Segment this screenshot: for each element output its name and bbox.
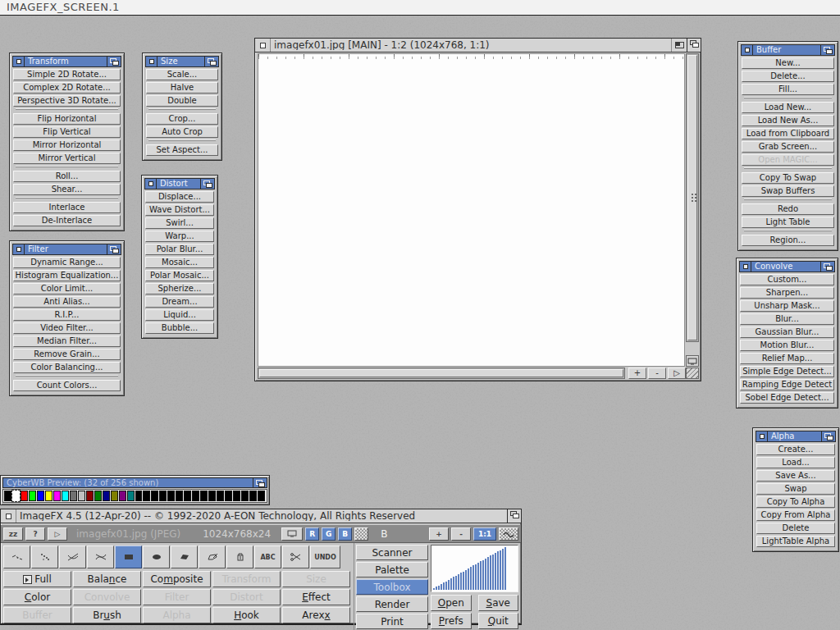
video-filter-button[interactable]: Video Filter...: [13, 322, 121, 334]
size-titlebar[interactable]: Size: [145, 56, 219, 67]
color-swatch-15[interactable]: [127, 491, 135, 501]
close-icon[interactable]: [13, 244, 25, 254]
effect-button[interactable]: Effect: [282, 589, 350, 605]
open-button[interactable]: Open: [431, 595, 472, 611]
color-swatch-8[interactable]: [70, 491, 77, 501]
transform-titlebar[interactable]: Transform: [12, 56, 121, 67]
depth-icon[interactable]: [253, 478, 267, 487]
alpha-titlebar[interactable]: Alpha: [756, 431, 836, 442]
create-button[interactable]: Create...: [756, 444, 835, 455]
custom-button[interactable]: Custom...: [740, 274, 834, 285]
load-from-clipboard-button[interactable]: Load from Clipboard: [742, 128, 834, 139]
scale-button[interactable]: Scale...: [146, 69, 218, 80]
depth-icon[interactable]: [107, 244, 121, 254]
zoom-in-button[interactable]: +: [628, 368, 646, 379]
blur-button[interactable]: Blur...: [740, 313, 834, 325]
r-i-p-button[interactable]: R.I.P...: [13, 309, 121, 321]
dither-pattern-button[interactable]: [499, 527, 518, 541]
flip-horizontal-button[interactable]: Flip Horizontal: [13, 113, 121, 125]
buffer-titlebar[interactable]: Buffer: [741, 44, 835, 56]
load-button[interactable]: Load...: [756, 457, 835, 468]
color-swatch-4[interactable]: [37, 491, 44, 501]
palette-button[interactable]: Palette: [356, 562, 428, 578]
magnify-in-button[interactable]: +: [429, 527, 449, 541]
color-swatch-11[interactable]: [94, 491, 102, 501]
shear-button[interactable]: Shear...: [13, 184, 121, 195]
color-swatch-29[interactable]: [241, 491, 249, 501]
grab-screen-button[interactable]: Grab Screen...: [742, 141, 834, 153]
color-swatch-0[interactable]: [4, 491, 11, 501]
color-swatch-6[interactable]: [53, 491, 61, 501]
flip-vertical-button[interactable]: Flip Vertical: [13, 126, 121, 138]
save-button[interactable]: Save: [478, 595, 519, 611]
green-channel-button[interactable]: G: [322, 527, 336, 541]
region-button[interactable]: Region...: [742, 235, 834, 246]
color-button[interactable]: Color: [3, 589, 71, 605]
color-swatch-16[interactable]: [135, 491, 143, 501]
interlace-button[interactable]: Interlace: [13, 202, 121, 213]
close-icon[interactable]: [756, 431, 768, 441]
mosaic-button[interactable]: Mosaic...: [145, 257, 214, 268]
polar-blur-button[interactable]: Polar Blur...: [145, 244, 214, 255]
freehand-tool[interactable]: [199, 546, 226, 568]
color-swatch-23[interactable]: [192, 491, 199, 501]
color-swatch-17[interactable]: [143, 491, 150, 501]
magnify-out-button[interactable]: -: [451, 527, 471, 541]
image-canvas[interactable]: [258, 53, 685, 367]
copy-to-alpha-button[interactable]: Copy To Alpha: [756, 496, 835, 508]
filter-titlebar[interactable]: Filter: [12, 244, 121, 255]
median-filter-button[interactable]: Median Filter...: [13, 336, 121, 347]
roll-button[interactable]: Roll...: [13, 171, 121, 182]
airbrush-tool[interactable]: [31, 546, 58, 568]
depth-icon[interactable]: [687, 39, 701, 52]
zoom-ratio-button[interactable]: 1:1: [473, 527, 496, 541]
sharpen-button[interactable]: Sharpen...: [740, 287, 834, 299]
color-limit-button[interactable]: Color Limit...: [13, 283, 121, 294]
scanner-button[interactable]: Scanner: [356, 545, 428, 560]
palette-preview-titlebar[interactable]: CyberWB Preview: (32 of 256 shown): [2, 477, 267, 488]
hook-button[interactable]: Hook: [212, 607, 281, 623]
sleep-button[interactable]: zz: [3, 527, 23, 541]
mirror-vertical-button[interactable]: Mirror Vertical: [13, 153, 121, 164]
box-tool[interactable]: [115, 546, 142, 568]
perspective-3d-rotate-button[interactable]: Perspective 3D Rotate...: [13, 95, 121, 107]
depth-icon[interactable]: [107, 57, 121, 66]
fill-tool[interactable]: [226, 546, 253, 568]
liquid-button[interactable]: Liquid...: [145, 309, 214, 321]
swap-buffers-button[interactable]: Swap Buffers: [742, 185, 834, 197]
motion-blur-button[interactable]: Motion Blur...: [740, 340, 834, 351]
text-tool[interactable]: ABC: [254, 546, 281, 568]
color-swatch-22[interactable]: [184, 491, 191, 501]
color-swatch-5[interactable]: [45, 491, 52, 501]
fill-button[interactable]: Fill...: [742, 84, 834, 95]
set-aspect-button[interactable]: Set Aspect...: [146, 144, 218, 156]
bubble-button[interactable]: Bubble...: [145, 322, 214, 334]
spherize-button[interactable]: Spherize...: [145, 283, 214, 294]
vertical-scrollbar[interactable]: [686, 53, 699, 342]
prefs-button[interactable]: Prefs: [431, 613, 472, 629]
save-as-button[interactable]: Save As...: [756, 470, 835, 482]
color-swatch-9[interactable]: [78, 491, 85, 501]
view-monitor-button[interactable]: [686, 355, 699, 367]
halve-button[interactable]: Halve: [146, 82, 218, 94]
polar-mosaic-button[interactable]: Polar Mosaic...: [145, 270, 214, 281]
zoom-out-button[interactable]: -: [648, 368, 666, 379]
unsharp-mask-button[interactable]: Unsharp Mask...: [740, 300, 834, 312]
complex-2d-rotate-button[interactable]: Complex 2D Rotate...: [13, 82, 121, 94]
line-tool[interactable]: [59, 546, 86, 568]
main-image-titlebar[interactable]: imagefx01.jpg [MAIN] - 1:2 (1024x768, 1:…: [255, 39, 701, 52]
zoom-gadget-icon[interactable]: [671, 39, 687, 52]
screen-titlebar[interactable]: IMAGEFX_SCREEN.1: [0, 0, 840, 16]
swap-button[interactable]: Swap: [756, 483, 835, 495]
blue-channel-button[interactable]: B: [338, 527, 352, 541]
toolbar-titlebar[interactable]: ImageFX 4.5 (12-Apr-20) -- © 1992-2020 A…: [1, 509, 521, 523]
print-button[interactable]: Print: [356, 614, 428, 629]
color-swatch-3[interactable]: [29, 491, 36, 501]
auto-crop-button[interactable]: Auto Crop: [146, 126, 218, 138]
ramping-edge-detect-button[interactable]: Ramping Edge Detect: [740, 379, 834, 390]
color-swatch-1[interactable]: [12, 491, 20, 501]
preview-monitor-button[interactable]: [281, 527, 303, 541]
color-swatch-13[interactable]: [111, 491, 118, 501]
undo-button[interactable]: UNDO: [310, 546, 340, 568]
lighttable-alpha-button[interactable]: LightTable Alpha: [756, 536, 835, 547]
